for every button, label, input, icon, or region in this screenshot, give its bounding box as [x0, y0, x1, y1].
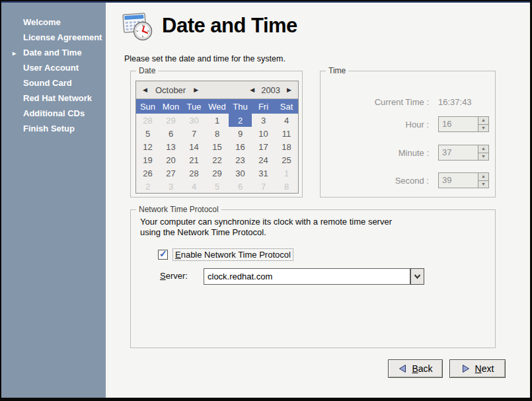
- calendar-day-cell[interactable]: 10: [252, 127, 275, 140]
- ntp-section: Network Time Protocol Your computer can …: [130, 209, 496, 348]
- minute-row: Minute :37▲▼: [321, 145, 489, 161]
- ntp-enable-row: ✓ Enable Network Time Protocol: [158, 248, 293, 261]
- sidebar-item-label: Red Hat Network: [23, 93, 92, 103]
- calendar-day-cell[interactable]: 4: [275, 114, 298, 127]
- ntp-description-line1: Your computer can synchronize its clock …: [140, 217, 392, 227]
- content-area: Date and Time Please set the date and ti…: [106, 3, 530, 398]
- spinner-up-icon[interactable]: ▲: [478, 173, 488, 181]
- calendar-day-cell[interactable]: 24: [252, 153, 275, 166]
- next-month-button[interactable]: ▶: [191, 87, 201, 93]
- sidebar-item-label: Date and Time: [23, 48, 82, 57]
- sidebar-item-license-agreement: License Agreement: [1, 30, 106, 45]
- ntp-section-legend: Network Time Protocol: [136, 205, 221, 214]
- calendar-day-cell[interactable]: 11: [275, 127, 298, 140]
- day-header-fri: Fri: [258, 102, 268, 112]
- sidebar-item-red-hat-network: Red Hat Network: [1, 91, 106, 106]
- calendar-day-cell[interactable]: 29: [206, 166, 229, 180]
- spinner-value[interactable]: 16: [439, 117, 478, 131]
- spinner-down-icon[interactable]: ▼: [478, 181, 488, 188]
- calendar-day-cell[interactable]: 17: [252, 140, 275, 153]
- calendar-day-cell[interactable]: 8: [275, 180, 298, 193]
- calendar-day-cell[interactable]: 13: [159, 140, 182, 153]
- calendar-day-cell[interactable]: 7: [252, 180, 275, 193]
- back-arrow-icon: [398, 364, 407, 373]
- ntp-description-line2: using the Network Time Protocol.: [140, 227, 392, 238]
- month-label: October: [155, 85, 186, 95]
- ntp-enable-label[interactable]: Enable Network Time Protocol: [172, 248, 293, 261]
- day-header-sun: Sun: [140, 102, 155, 112]
- calendar-day-cell[interactable]: 28: [136, 114, 159, 127]
- calendar-day-cell[interactable]: 27: [159, 166, 182, 180]
- prev-year-button[interactable]: ◀: [247, 87, 257, 93]
- spinner-up-icon[interactable]: ▲: [478, 145, 488, 153]
- calendar-day-headers: SunMonTueWedThuFriSat: [136, 99, 298, 114]
- calendar-day-cell[interactable]: 20: [159, 153, 182, 166]
- sidebar: WelcomeLicense Agreement▸Date and TimeUs…: [1, 3, 106, 398]
- calendar-day-cell[interactable]: 1: [206, 114, 229, 127]
- server-dropdown-button[interactable]: [410, 268, 424, 285]
- calendar-day-cell[interactable]: 16: [229, 140, 252, 153]
- spinner-down-icon[interactable]: ▼: [478, 153, 488, 161]
- prev-month-button[interactable]: ◀: [140, 87, 150, 93]
- calendar-month-year-bar: ◀ October ▶ ◀ 2003 ▶: [136, 81, 298, 99]
- calendar-day-cell[interactable]: 3: [159, 180, 182, 193]
- calendar-day-cell[interactable]: 6: [229, 180, 252, 193]
- calendar-day-cell[interactable]: 29: [159, 114, 182, 127]
- spinner-value[interactable]: 37: [439, 145, 478, 160]
- sidebar-item-label: Additional CDs: [23, 108, 85, 118]
- sidebar-item-welcome: Welcome: [1, 15, 106, 30]
- sidebar-item-label: License Agreement: [23, 32, 102, 42]
- calendar-day-cell[interactable]: 9: [229, 127, 252, 140]
- calendar-day-cell[interactable]: 21: [182, 153, 206, 166]
- calendar-day-cell[interactable]: 15: [206, 140, 229, 153]
- time-section: Time Current Time : 16:37:43 Hour :16▲▼M…: [320, 71, 496, 198]
- day-header-thu: Thu: [233, 102, 247, 112]
- page-subtitle: Please set the date and time for the sys…: [124, 54, 285, 63]
- back-button[interactable]: Back: [388, 359, 443, 378]
- sidebar-item-sound-card: Sound Card: [1, 75, 106, 91]
- ntp-description: Your computer can synchronize its clock …: [140, 217, 392, 238]
- calendar-day-cell[interactable]: 30: [229, 166, 252, 180]
- calendar-day-cell[interactable]: 12: [136, 140, 159, 153]
- spinner-up-icon[interactable]: ▲: [478, 117, 488, 125]
- minute-spinner[interactable]: 37▲▼: [438, 145, 489, 161]
- calendar-day-cell[interactable]: 31: [252, 166, 275, 180]
- calendar-day-cell[interactable]: 19: [136, 153, 159, 166]
- hour-label: Hour :: [321, 120, 429, 129]
- calendar-day-cell[interactable]: 8: [206, 127, 229, 140]
- ntp-enable-checkbox[interactable]: ✓: [158, 250, 168, 260]
- calendar-day-cell[interactable]: 18: [275, 140, 298, 153]
- calendar-day-cell[interactable]: 25: [275, 153, 298, 166]
- calendar-day-cell[interactable]: 30: [182, 114, 206, 127]
- sidebar-item-label: Finish Setup: [23, 124, 75, 133]
- server-input[interactable]: clock.redhat.com: [204, 268, 410, 285]
- server-label: Server:: [160, 271, 188, 281]
- calendar-day-cell[interactable]: 1: [275, 166, 298, 180]
- calendar-day-cell[interactable]: 2: [136, 180, 159, 193]
- hour-row: Hour :16▲▼: [321, 116, 489, 132]
- calendar-day-cell[interactable]: 26: [136, 166, 159, 180]
- calendar-day-cell[interactable]: 14: [182, 140, 206, 153]
- hour-spinner[interactable]: 16▲▼: [438, 116, 489, 132]
- spinner-down-icon[interactable]: ▼: [478, 125, 488, 132]
- calendar-day-cell[interactable]: 4: [182, 180, 206, 193]
- page-title: Date and Time: [162, 14, 297, 38]
- calendar-day-cell[interactable]: 7: [182, 127, 206, 140]
- sidebar-item-label: Welcome: [23, 17, 61, 27]
- date-section: Date ◀ October ▶ ◀ 2003 ▶ SunMonTueWedTh…: [130, 71, 303, 198]
- day-header-wed: Wed: [208, 102, 226, 112]
- next-year-button[interactable]: ▶: [284, 87, 294, 93]
- calendar-day-cell-selected[interactable]: 2: [229, 114, 252, 127]
- calendar-day-cell[interactable]: 6: [159, 127, 182, 140]
- time-section-legend: Time: [326, 66, 348, 75]
- calendar-day-cell[interactable]: 28: [182, 166, 206, 180]
- second-label: Second :: [321, 176, 429, 186]
- spinner-value[interactable]: 39: [439, 173, 478, 188]
- calendar-day-cell[interactable]: 22: [206, 153, 229, 166]
- second-spinner[interactable]: 39▲▼: [438, 172, 489, 188]
- calendar-day-cell[interactable]: 23: [229, 153, 252, 166]
- calendar-day-cell[interactable]: 5: [136, 127, 159, 140]
- calendar-day-cell[interactable]: 3: [252, 114, 275, 127]
- calendar-day-cell[interactable]: 5: [206, 180, 229, 193]
- next-button[interactable]: Next: [449, 359, 506, 378]
